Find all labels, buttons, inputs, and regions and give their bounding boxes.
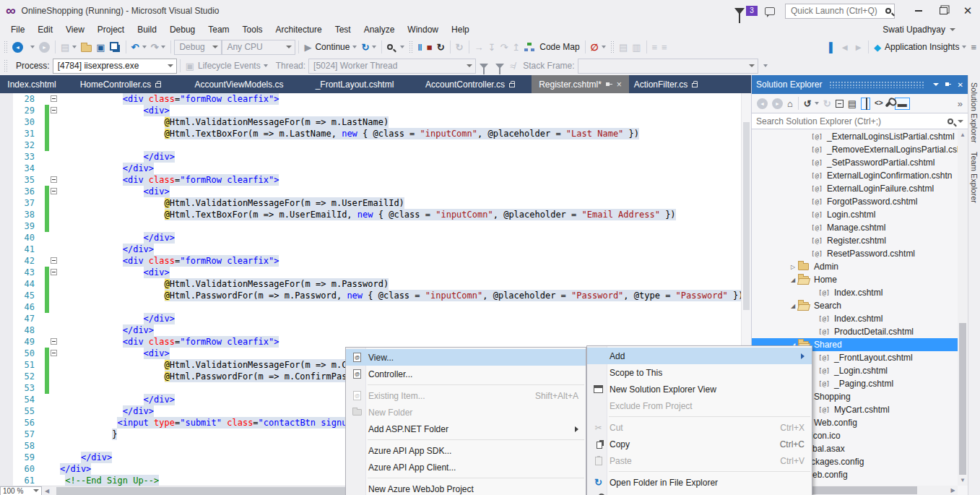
tree-item--removeexternalloginspartial-csl[interactable]: [@]_RemoveExternalLoginsPartial.csl bbox=[752, 143, 958, 156]
tree-item-login-cshtml[interactable]: [@]Login.cshtml bbox=[752, 208, 958, 221]
tree-item-register-cshtml[interactable]: [@]Register.cshtml bbox=[752, 234, 958, 247]
tree-item-productdetail-cshtml[interactable]: [@]ProductDetail.cshtml bbox=[752, 325, 958, 338]
menu-file[interactable]: File bbox=[4, 23, 31, 36]
disable-breakpoints-button[interactable]: ∅ bbox=[589, 38, 608, 56]
code-line-46[interactable]: 46 bbox=[0, 301, 741, 313]
menu-item-add-asp-net-folder[interactable]: Add ASP.NET Folder bbox=[346, 421, 586, 437]
code-line-33[interactable]: 33 </div> bbox=[0, 151, 741, 163]
menu-item-new-azure-webjob-project[interactable]: New Azure WebJob Project bbox=[346, 481, 586, 495]
debug-location-overflow-button[interactable] bbox=[758, 57, 770, 74]
code-line-32[interactable]: 32 bbox=[0, 139, 741, 151]
code-line-31[interactable]: 31 @Html.TextBoxFor(m => m.LastName, new… bbox=[0, 128, 741, 139]
preview-selected-items-button[interactable] bbox=[859, 95, 872, 112]
tree-item-index-cshtml[interactable]: [@]Index.cshtml bbox=[752, 312, 958, 325]
user-account-menu[interactable]: Swati Upadhyay bbox=[883, 25, 955, 35]
code-line-45[interactable]: 45 @Html.PasswordFor(m => m.Password, ne… bbox=[0, 290, 741, 301]
tree-item--externalloginslistpartial-cshtml[interactable]: [@]_ExternalLoginsListPartial.cshtml bbox=[752, 130, 958, 143]
code-line-43[interactable]: 43 <div> bbox=[0, 267, 741, 278]
menu-item-view-[interactable]: @View... bbox=[346, 349, 586, 366]
fold-collapse-icon[interactable] bbox=[51, 107, 57, 113]
menu-build[interactable]: Build bbox=[131, 23, 163, 36]
side-tab-solution-explorer[interactable]: Solution Explorer bbox=[970, 78, 979, 147]
solution-explorer-header[interactable]: Solution Explorer ✕ bbox=[752, 75, 968, 94]
tab-accountcontroller-cs[interactable]: AccountController.cs bbox=[409, 75, 532, 93]
tab-actionfilter-cs[interactable]: ActionFilter.cs bbox=[629, 75, 703, 93]
menu-architecture[interactable]: Architecture bbox=[269, 23, 329, 36]
panel-close-button[interactable]: ✕ bbox=[958, 81, 963, 89]
find-in-files-button[interactable] bbox=[385, 38, 395, 56]
code-line-37[interactable]: 37 @Html.ValidationMessageFor(m => m.Use… bbox=[0, 197, 741, 209]
menu-help[interactable]: Help bbox=[445, 23, 476, 36]
save-all-button[interactable] bbox=[108, 38, 123, 56]
menu-item-open-folder-in-file-explorer[interactable]: ↻Open Folder in File Explorer bbox=[587, 474, 812, 491]
menu-view[interactable]: View bbox=[59, 23, 91, 36]
menu-window[interactable]: Window bbox=[401, 23, 445, 36]
find-dropdown[interactable] bbox=[395, 38, 407, 56]
fold-collapse-icon[interactable] bbox=[51, 350, 57, 356]
code-line-40[interactable]: 40 </div> bbox=[0, 232, 741, 244]
tree-item--setpasswordpartial-cshtml[interactable]: [@]_SetPasswordPartial.cshtml bbox=[752, 156, 958, 169]
quick-launch-input[interactable]: Quick Launch (Ctrl+Q) bbox=[785, 4, 895, 19]
toolbar-grip[interactable] bbox=[409, 40, 413, 53]
save-button[interactable]: ▣ bbox=[94, 38, 107, 56]
menu-item-azure-api-app-client-[interactable]: Azure API App Client... bbox=[346, 459, 586, 475]
scroll-up-icon[interactable]: ▲ bbox=[958, 130, 968, 140]
tree-item-externalloginconfirmation-cshtn[interactable]: [@]ExternalLoginConfirmation.cshtn bbox=[752, 169, 958, 182]
close-tab-icon[interactable]: × bbox=[617, 80, 622, 89]
code-line-34[interactable]: 34 </div> bbox=[0, 163, 741, 174]
tab-register-cshtml-[interactable]: Register.cshtml*× bbox=[532, 75, 629, 93]
code-map-button[interactable]: Code Map bbox=[522, 38, 581, 56]
break-all-button[interactable]: ‖ bbox=[415, 38, 424, 56]
fold-collapse-icon[interactable] bbox=[51, 269, 57, 275]
add-item-button[interactable] bbox=[79, 38, 94, 56]
menu-item-scope-to-this[interactable]: Scope to This bbox=[587, 364, 812, 381]
solexp-overflow-button[interactable]: » bbox=[955, 95, 965, 112]
sync-with-active-document-button[interactable]: ↺ bbox=[802, 95, 821, 112]
code-line-38[interactable]: 38 @Html.TextBoxFor(m => m.UserEmailId, … bbox=[0, 209, 741, 220]
code-line-39[interactable]: 39 bbox=[0, 220, 741, 232]
tab-homecontroller-cs[interactable]: HomeController.cs bbox=[64, 75, 178, 93]
tree-vertical-scrollbar[interactable]: ▲ ▼ bbox=[958, 130, 968, 486]
feedback-icon[interactable] bbox=[765, 7, 775, 15]
tree-expand-icon[interactable]: ◢ bbox=[788, 303, 798, 309]
menu-project[interactable]: Project bbox=[91, 23, 131, 36]
restart-debugging-button[interactable]: ↻ bbox=[435, 38, 447, 56]
tree-item-manage-cshtml[interactable]: [@]Manage.cshtml bbox=[752, 221, 958, 234]
minimize-button[interactable] bbox=[906, 1, 931, 20]
flag-threads-filter-button[interactable] bbox=[476, 57, 492, 74]
solexp-home-button[interactable]: ⌂ bbox=[785, 95, 795, 112]
editor-zoom-dropdown[interactable]: 100 % bbox=[0, 486, 42, 495]
menu-item-properties[interactable]: PropertiesAlt+Enter bbox=[587, 491, 812, 495]
toolbar-grip[interactable] bbox=[4, 40, 8, 53]
continue-button[interactable]: ▶Continue bbox=[302, 38, 359, 56]
tree-item-search[interactable]: ◢Search bbox=[752, 299, 958, 312]
menu-item-controller-[interactable]: @Controller... bbox=[346, 366, 586, 382]
navigate-back-button[interactable]: ◄ bbox=[10, 38, 25, 56]
application-insights-button[interactable]: ◆Application Insights bbox=[872, 38, 968, 56]
scroll-down-icon[interactable]: ▼ bbox=[958, 475, 968, 486]
menu-edit[interactable]: Edit bbox=[31, 23, 59, 36]
side-tab-team-explorer[interactable]: Team Explorer bbox=[970, 147, 979, 207]
restore-button[interactable] bbox=[931, 1, 955, 20]
code-line-30[interactable]: 30 @Html.ValidationMessageFor(m => m.Las… bbox=[0, 116, 741, 128]
tree-expand-icon[interactable]: ◢ bbox=[788, 277, 798, 283]
solution-explorer-search-input[interactable]: Search Solution Explorer (Ctrl+;) bbox=[752, 113, 968, 129]
toolbar-overflow-button[interactable]: ≡ bbox=[968, 38, 979, 56]
tree-item-externalloginfailure-cshtml[interactable]: [@]ExternalLoginFailure.cshtml bbox=[752, 182, 958, 195]
panel-menu-button[interactable] bbox=[933, 83, 939, 86]
code-line-29[interactable]: 29 <div> bbox=[0, 105, 741, 116]
tree-item-index-cshtml[interactable]: [@]Index.cshtml bbox=[752, 286, 958, 299]
code-line-41[interactable]: 41 </div> bbox=[0, 244, 741, 255]
notifications-flag-icon[interactable] bbox=[734, 8, 745, 14]
notification-count-badge[interactable]: 3 bbox=[746, 6, 758, 16]
scroll-left-icon[interactable]: ◀ bbox=[42, 488, 52, 494]
tree-item-resetpassword-cshtml[interactable]: [@]ResetPassword.cshtml bbox=[752, 247, 958, 260]
menu-item-new-solution-explorer-view[interactable]: New Solution Explorer View bbox=[587, 381, 812, 397]
pin-icon[interactable] bbox=[606, 81, 612, 87]
flagged-threads-only-button[interactable] bbox=[492, 57, 508, 74]
menu-tools[interactable]: Tools bbox=[236, 23, 269, 36]
menu-item-azure-api-app-sdk-[interactable]: Azure API App SDK... bbox=[346, 442, 586, 459]
menu-item-add[interactable]: Add bbox=[587, 348, 812, 364]
bookmark-button[interactable]: ▌ bbox=[827, 38, 838, 56]
code-line-36[interactable]: 36 <div> bbox=[0, 186, 741, 197]
